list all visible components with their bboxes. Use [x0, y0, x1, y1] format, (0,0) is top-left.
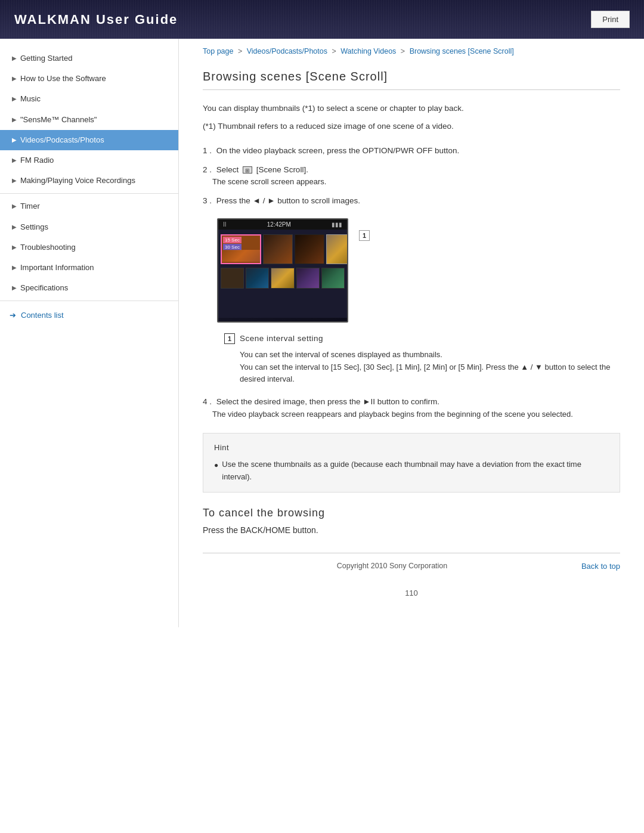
step-1-text: On the video playback screen, press the … [216, 146, 459, 155]
thumb-4 [326, 234, 348, 264]
sidebar-item-settings[interactable]: ▶ Settings [0, 217, 178, 237]
sidebar-item-important-information[interactable]: ▶ Important Information [0, 258, 178, 278]
bottom-thumbnails [218, 267, 347, 290]
bottom-thumb-1 [221, 268, 244, 289]
bottom-thumb-3 [271, 268, 294, 289]
battery-icon: ▮▮▮ [332, 221, 342, 228]
thumbnail-row: 15 Sec 30 Sec [218, 230, 347, 267]
scene-interval-title: Scene interval setting [240, 334, 323, 343]
step-4-text: Select the desired image, then press the… [216, 397, 439, 406]
breadcrumb-current[interactable]: Browsing scenes [Scene Scroll] [410, 47, 514, 55]
footer: Copyright 2010 Sony Corporation Back to … [203, 553, 620, 579]
arrow-icon: ▶ [12, 116, 17, 124]
footer-copyright: Copyright 2010 Sony Corporation [203, 562, 581, 570]
scene-interval-box: 1 Scene interval setting You can set the… [203, 333, 620, 386]
sidebar-item-how-to-use-software[interactable]: ▶ How to Use the Software [0, 69, 178, 89]
bottom-thumb-2 [246, 268, 269, 289]
step-3-text: Press the ◄ / ► button to scroll images. [216, 196, 360, 205]
step-num-3: 3 . [203, 196, 212, 205]
scene-interval-text2: You can set the interval to [15 Sec], [3… [240, 361, 620, 386]
arrow-icon: ▶ [12, 54, 17, 63]
breadcrumb-top-page[interactable]: Top page [203, 47, 233, 55]
print-button[interactable]: Print [591, 11, 630, 28]
arrow-icon: ▶ [12, 264, 17, 272]
step-2-text2: [Scene Scroll]. [256, 165, 308, 174]
arrow-icon: ▶ [12, 95, 17, 103]
scene-interval-badge: 1 [224, 333, 235, 344]
page-number: 110 [203, 579, 620, 603]
cancel-section-text: Press the BACK/HOME button. [203, 525, 620, 535]
page-title: Browsing scenes [Scene Scroll] [203, 61, 620, 90]
sidebar-divider [0, 193, 178, 194]
device-top-bar: II 12:42PM ▮▮▮ [218, 219, 347, 230]
step-2-sub: The scene scroll screen appears. [212, 176, 620, 188]
steps-list: 1 . On the video playback screen, press … [203, 144, 620, 208]
main-content: Top page > Videos/Podcasts/Photos > Watc… [179, 39, 644, 627]
thumb-2 [263, 234, 293, 264]
step-2: 2 . Select ⊞ [Scene Scroll]. The scene s… [203, 163, 620, 188]
pause-icon: II [223, 221, 227, 228]
step-4: 4 . Select the desired image, then press… [203, 395, 620, 420]
cancel-section: To cancel the browsing Press the BACK/HO… [203, 507, 620, 535]
cancel-section-title: To cancel the browsing [203, 507, 620, 519]
app-title: WALKMAN User Guide [14, 12, 178, 27]
intro-line1: You can display thumbnails (*1) to selec… [203, 102, 620, 115]
scene-interval-header: 1 Scene interval setting [224, 333, 620, 344]
step-3: 3 . Press the ◄ / ► button to scroll ima… [203, 194, 620, 208]
hint-bullet: ● Use the scene thumbnails as a guide (b… [214, 459, 609, 484]
screenshot-container: II 12:42PM ▮▮▮ 15 Sec 30 Sec [217, 218, 620, 323]
thumb-label-15sec: 15 Sec [223, 237, 242, 243]
scene-scroll-icon: ⊞ [243, 166, 252, 174]
thumb-selected: 15 Sec 30 Sec [221, 234, 261, 264]
arrow-icon: ▶ [12, 223, 17, 231]
screenshot-badge: 1 [359, 230, 370, 241]
step4-list: 4 . Select the desired image, then press… [203, 395, 620, 420]
device-screenshot: II 12:42PM ▮▮▮ 15 Sec 30 Sec [217, 218, 348, 323]
sidebar-item-fm-radio[interactable]: ▶ FM Radio [0, 150, 178, 171]
sidebar-item-music[interactable]: ▶ Music [0, 89, 178, 109]
hint-box: Hint ● Use the scene thumbnails as a gui… [203, 433, 620, 493]
breadcrumb-videos-podcasts-photos[interactable]: Videos/Podcasts/Photos [247, 47, 327, 55]
screenshot-time: 12:42PM [267, 221, 291, 228]
page-layout: ▶ Getting Started ▶ How to Use the Softw… [0, 39, 644, 627]
bottom-thumb-5 [321, 268, 345, 289]
step-num-1: 1 . [203, 146, 212, 155]
bullet-dot-icon: ● [214, 460, 218, 471]
breadcrumb: Top page > Videos/Podcasts/Photos > Watc… [203, 39, 620, 61]
step-2-text: Select [216, 165, 239, 174]
sidebar-divider-2 [0, 301, 178, 301]
intro-footnote: (*1) Thumbnail refers to a reduced size … [203, 120, 620, 133]
scene-interval-text1: You can set the interval of scenes displ… [240, 349, 620, 361]
arrow-icon: ▶ [12, 156, 17, 165]
sidebar-item-timer[interactable]: ▶ Timer [0, 196, 178, 216]
arrow-icon: ▶ [12, 176, 17, 185]
intro-section: You can display thumbnails (*1) to selec… [203, 102, 620, 132]
arrow-icon: ▶ [12, 202, 17, 210]
arrow-icon: ▶ [12, 75, 17, 83]
sidebar-item-sensme-channels[interactable]: ▶ "SensMe™ Channels" [0, 110, 178, 130]
arrow-icon: ▶ [12, 284, 17, 292]
sidebar-item-videos-podcasts-photos[interactable]: ▶ Videos/Podcasts/Photos [0, 130, 178, 150]
sidebar-item-making-playing-voice[interactable]: ▶ Making/Playing Voice Recordings [0, 171, 178, 191]
step-num-4: 4 . [203, 397, 212, 406]
device-screen: 15 Sec 30 Sec [218, 230, 347, 318]
step-1: 1 . On the video playback screen, press … [203, 144, 620, 157]
contents-list-link[interactable]: ➔ Contents list [0, 304, 178, 327]
bottom-thumb-4 [296, 268, 320, 289]
arrow-icon: ▶ [12, 136, 17, 144]
hint-text: Use the scene thumbnails as a guide (bec… [222, 459, 609, 484]
breadcrumb-watching-videos[interactable]: Watching Videos [340, 47, 396, 55]
hint-title: Hint [214, 442, 609, 454]
step-4-sub: The video playback screen reappears and … [212, 408, 620, 421]
header: WALKMAN User Guide Print [0, 0, 644, 39]
arrow-icon: ▶ [12, 243, 17, 252]
thumb-3 [295, 234, 324, 264]
back-to-top-link[interactable]: Back to top [581, 562, 620, 571]
sidebar: ▶ Getting Started ▶ How to Use the Softw… [0, 39, 179, 627]
sidebar-item-specifications[interactable]: ▶ Specifications [0, 278, 178, 298]
sidebar-item-getting-started[interactable]: ▶ Getting Started [0, 48, 178, 69]
arrow-right-icon: ➔ [10, 311, 16, 320]
sidebar-item-troubleshooting[interactable]: ▶ Troubleshooting [0, 237, 178, 258]
step-num-2: 2 . [203, 165, 212, 174]
